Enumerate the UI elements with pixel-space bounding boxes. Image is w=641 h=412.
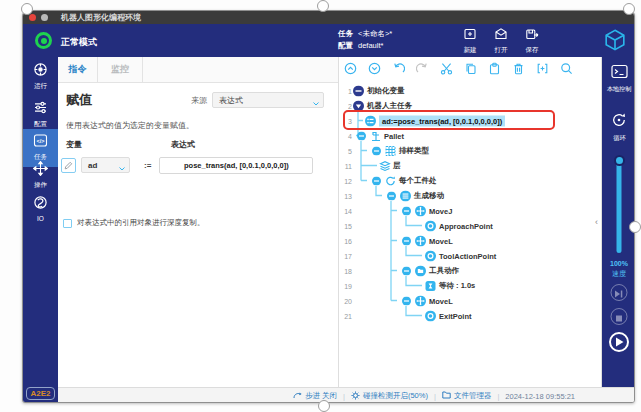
save-icon xyxy=(525,27,539,45)
screenshot-root: 机器人图形化编程环境 正常模式 任务<未命名>* 配置default* 新建 打… xyxy=(0,0,641,412)
local-control-icon xyxy=(611,64,628,83)
wait-timer-icon xyxy=(425,280,436,291)
tree-row[interactable]: 20 MoveL xyxy=(339,293,593,308)
collapse-node-icon[interactable] xyxy=(402,266,411,275)
sidebar-item-config[interactable]: 配置 xyxy=(23,100,58,129)
tree-row[interactable]: 5 排样类型 xyxy=(339,143,593,158)
collision-detection-status[interactable]: 碰撞检测开启(50%) xyxy=(351,391,428,402)
program-tree: 1 初始化变量 2 机器人主任务 3 xyxy=(339,83,593,323)
chevron-down-icon xyxy=(119,164,125,173)
tree-row[interactable]: 12 每个工件处 xyxy=(339,173,593,188)
task-icon: </> xyxy=(33,133,48,152)
edit-variable-button[interactable] xyxy=(61,158,76,173)
collapse-node-icon[interactable] xyxy=(372,176,381,185)
deep-copy-checkbox[interactable] xyxy=(63,219,72,228)
variable-label: 变量 xyxy=(66,139,82,150)
step-forward-button[interactable] xyxy=(611,284,628,301)
move-icon xyxy=(415,205,426,216)
redo-icon[interactable] xyxy=(416,62,429,75)
window-minimize-button[interactable] xyxy=(41,14,48,21)
search-icon[interactable] xyxy=(560,62,573,75)
speed-percent: 100% xyxy=(602,260,635,267)
pallet-icon xyxy=(370,130,382,142)
status-separator: | xyxy=(497,392,499,401)
collapse-node-icon[interactable] xyxy=(372,146,381,155)
mode-label: 正常模式 xyxy=(61,36,97,49)
collapse-node-icon[interactable] xyxy=(402,236,411,245)
save-task-button[interactable]: 保存 xyxy=(525,27,539,55)
sidebar-item-io[interactable]: IO xyxy=(23,195,58,222)
delete-icon[interactable] xyxy=(512,62,525,75)
app-window: 机器人图形化编程环境 正常模式 任务<未命名>* 配置default* 新建 打… xyxy=(22,10,635,403)
step-mode-status[interactable]: 步进 关闭 xyxy=(293,391,337,401)
collapse-all-icon[interactable] xyxy=(344,62,357,75)
move-icon xyxy=(415,235,426,246)
tree-row[interactable]: 2 机器人主任务 xyxy=(339,98,593,113)
local-control-item[interactable]: 本地控制 xyxy=(602,64,635,94)
collapse-node-icon[interactable] xyxy=(402,206,411,215)
annotation-handle xyxy=(629,221,641,233)
assign-symbol: := xyxy=(144,161,151,170)
annotation-handle xyxy=(318,400,330,412)
expression-input[interactable]: pose_trans(ad, [0,0.1,0,0,0,0]) xyxy=(159,157,313,174)
copy-icon[interactable] xyxy=(464,62,477,75)
init-variables-icon xyxy=(353,85,364,96)
instruction-title: 赋值 xyxy=(66,91,92,109)
insert-icon[interactable] xyxy=(536,62,549,75)
tree-row[interactable]: 18 工具动作 xyxy=(339,263,593,278)
stop-button[interactable] xyxy=(611,308,628,325)
speed-slider[interactable] xyxy=(617,157,622,253)
speed-label: 速度 xyxy=(602,269,635,279)
tree-row[interactable]: 17 ToolActionPoint xyxy=(339,248,593,263)
step-forward-icon xyxy=(615,284,624,302)
file-manager-status[interactable]: 文件管理器 xyxy=(442,391,492,401)
chevron-down-icon xyxy=(313,99,319,108)
tree-row[interactable]: 13 生成移动 xyxy=(339,188,593,203)
collapse-node-icon[interactable] xyxy=(357,131,366,140)
panel-collapse-handle[interactable]: ‹ xyxy=(595,217,598,227)
open-task-button[interactable]: 打开 xyxy=(494,27,508,55)
program-toolbar xyxy=(344,62,573,75)
assign-icon xyxy=(365,115,376,126)
folder-icon xyxy=(442,391,451,401)
operate-icon xyxy=(33,161,48,180)
undo-icon[interactable] xyxy=(392,62,405,75)
svg-text:</>: </> xyxy=(37,138,45,144)
collapse-node-icon[interactable] xyxy=(387,191,396,200)
tree-row[interactable]: 15 ApproachPoint xyxy=(339,218,593,233)
sidebar-item-operate[interactable]: 操作 xyxy=(23,161,58,190)
loop-mode-item[interactable]: 循环 xyxy=(602,112,635,143)
tree-row[interactable]: 11 层 xyxy=(339,158,593,173)
status-timestamp: 2024-12-18 09:55:21 xyxy=(505,392,575,401)
version-badge: A2E2 xyxy=(26,387,55,400)
window-close-button[interactable] xyxy=(29,14,36,21)
play-button[interactable] xyxy=(609,332,629,352)
speed-slider-knob[interactable] xyxy=(614,155,625,166)
tree-row[interactable]: 4 Pallet xyxy=(339,128,593,143)
tab-monitor[interactable]: 监控 xyxy=(98,57,143,82)
tree-row[interactable]: 1 初始化变量 xyxy=(339,83,593,98)
waypoint-icon xyxy=(425,310,436,321)
paste-icon[interactable] xyxy=(488,62,501,75)
source-select[interactable]: 表达式 xyxy=(212,92,324,108)
tree-row-selected[interactable]: 3 ad:=pose_trans(ad, [0,0.1,0,0,0,0]) xyxy=(339,113,593,128)
tree-row[interactable]: 21 ExitPoint xyxy=(339,308,593,323)
instruction-description: 使用表达式的值为选定的变量赋值。 xyxy=(66,120,194,131)
waypoint-icon xyxy=(425,250,436,261)
tree-row[interactable]: 16 MoveL xyxy=(339,233,593,248)
tab-instruction[interactable]: 指令 xyxy=(58,57,98,82)
variable-select[interactable]: ad xyxy=(81,157,130,173)
new-task-button[interactable]: 新建 xyxy=(463,27,477,55)
annotation-handle xyxy=(317,0,329,12)
cut-icon[interactable] xyxy=(440,62,453,75)
expand-all-icon[interactable] xyxy=(368,62,381,75)
tree-row[interactable]: 19 等待 : 1.0s xyxy=(339,278,593,293)
layers-icon xyxy=(379,160,391,171)
open-file-icon xyxy=(494,27,508,45)
config-value: default* xyxy=(358,41,383,50)
tree-row[interactable]: 14 MoveJ xyxy=(339,203,593,218)
sidebar-item-run[interactable]: 运行 xyxy=(23,62,58,91)
waypoint-icon xyxy=(425,220,436,231)
collapse-node-icon[interactable] xyxy=(402,296,411,305)
new-file-icon xyxy=(463,27,477,45)
